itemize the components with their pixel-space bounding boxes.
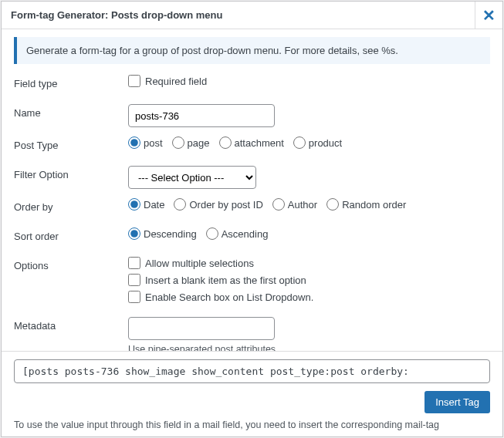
metadata-input[interactable] (128, 317, 275, 340)
metadata-label: Metadata (14, 317, 128, 332)
order-by-date-radio[interactable] (128, 198, 140, 211)
order-by-author-radio[interactable] (272, 198, 285, 211)
allow-multiple-checkbox[interactable] (128, 257, 140, 269)
sort-asc-radio[interactable] (206, 227, 218, 240)
enable-search-checkbox[interactable] (128, 291, 140, 303)
post-type-label: Post Type (14, 136, 128, 151)
post-type-product-text[interactable]: product (309, 137, 342, 149)
field-type-label: Field type (14, 75, 128, 89)
order-by-random-radio[interactable] (326, 198, 339, 211)
filter-option-label: Filter Option (14, 166, 128, 180)
required-field-text[interactable]: Required field (145, 76, 207, 87)
filter-option-select[interactable]: --- Select Option --- (128, 166, 256, 189)
shortcode-output[interactable]: [posts posts-736 show_image show_content… (14, 359, 490, 383)
post-type-post-text[interactable]: post (144, 137, 163, 149)
info-banner: Generate a form-tag for a group of post … (14, 37, 490, 64)
insert-blank-checkbox[interactable] (128, 274, 140, 286)
post-type-page-radio[interactable] (172, 136, 184, 149)
dialog-title: Form-tag Generator: Posts drop-down menu (11, 9, 222, 21)
name-label: Name (14, 104, 128, 119)
order-by-author-text[interactable]: Author (288, 199, 317, 211)
dialog-content[interactable]: Generate a form-tag for a group of post … (2, 29, 502, 351)
post-type-product-radio[interactable] (293, 136, 306, 149)
sort-asc-text[interactable]: Ascending (222, 228, 269, 240)
post-type-post-radio[interactable] (128, 136, 140, 149)
order-by-id-radio[interactable] (174, 198, 186, 211)
dialog-footer: [posts posts-736 show_image show_content… (2, 351, 502, 436)
sort-order-label: Sort order (14, 227, 128, 242)
sort-desc-radio[interactable] (128, 227, 140, 240)
order-by-date-text[interactable]: Date (144, 199, 164, 211)
order-by-label: Order by (14, 198, 128, 213)
metadata-hint: Use pipe-separated post attributes (e.g.… (128, 343, 490, 351)
allow-multiple-text[interactable]: Allow multiple selections (145, 258, 254, 269)
enable-search-text[interactable]: Enable Search box on List Dropdown. (145, 291, 313, 303)
post-type-attachment-text[interactable]: attachment (235, 137, 284, 149)
sort-desc-text[interactable]: Descending (144, 228, 197, 240)
post-type-attachment-radio[interactable] (219, 136, 232, 149)
close-icon[interactable]: ✕ (475, 2, 502, 29)
titlebar: Form-tag Generator: Posts drop-down menu… (2, 2, 502, 29)
insert-blank-text[interactable]: Insert a blank item as the first option (145, 275, 306, 286)
required-field-checkbox[interactable] (128, 75, 140, 87)
order-by-random-text[interactable]: Random order (342, 199, 406, 211)
name-input[interactable] (128, 104, 275, 127)
order-by-id-text[interactable]: Order by post ID (189, 199, 262, 211)
form-tag-generator-dialog: Form-tag Generator: Posts drop-down menu… (1, 1, 503, 437)
insert-tag-button[interactable]: Insert Tag (425, 391, 490, 413)
post-type-page-text[interactable]: page (188, 137, 210, 149)
footer-note: To use the value input through this fiel… (14, 419, 490, 430)
options-label: Options (14, 257, 128, 271)
